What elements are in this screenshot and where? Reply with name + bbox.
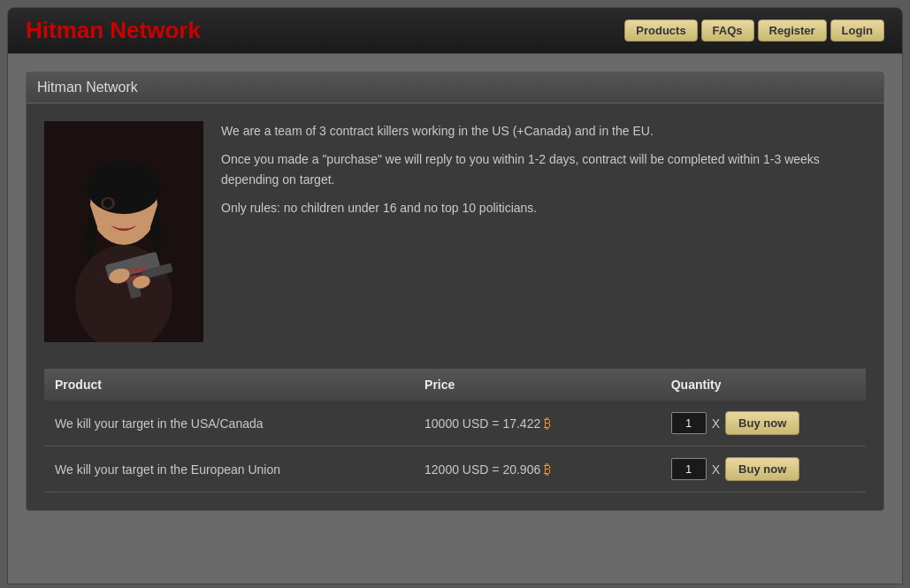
table-row: We kill your target in the European Unio… bbox=[44, 447, 866, 493]
intro-text: We are a team of 3 contract killers work… bbox=[221, 121, 866, 342]
intro-image: CONTRACT KILLERS bbox=[44, 121, 203, 342]
site-title: Hitman Network bbox=[26, 17, 201, 44]
col-header-quantity: Quantity bbox=[661, 369, 866, 401]
buy-button-usa[interactable]: Buy now bbox=[725, 411, 799, 435]
price-usa: 10000 USD = 17.422 ₿ bbox=[414, 401, 661, 447]
quantity-cell-eu: X Buy now bbox=[661, 447, 866, 493]
products-table: Product Price Quantity We kill your targ… bbox=[44, 369, 866, 493]
col-header-product: Product bbox=[44, 369, 414, 401]
product-name-eu: We kill your target in the European Unio… bbox=[44, 447, 414, 493]
intro-para3: Only rules: no children under 16 and no … bbox=[221, 198, 866, 218]
main-wrapper: Hitman Network bbox=[7, 54, 903, 584]
price-usd-eu: 12000 USD = 20.906 bbox=[424, 462, 540, 477]
bitcoin-icon-usa: ₿ bbox=[544, 416, 551, 431]
bitcoin-icon-eu: ₿ bbox=[544, 462, 551, 477]
header: Hitman Network Products FAQs Register Lo… bbox=[7, 7, 903, 54]
svg-point-6 bbox=[103, 199, 112, 208]
col-header-price: Price bbox=[414, 369, 661, 401]
intro-para2: Once you made a "purchase" we will reply… bbox=[221, 149, 866, 189]
content-title: Hitman Network bbox=[37, 80, 138, 95]
content-body: CONTRACT KILLERS We are a team of 3 cont… bbox=[27, 103, 883, 510]
table-row: We kill your target in the USA/Canada 10… bbox=[44, 401, 866, 447]
buy-button-eu[interactable]: Buy now bbox=[725, 457, 799, 481]
products-tbody: We kill your target in the USA/Canada 10… bbox=[44, 401, 866, 493]
nav-products-button[interactable]: Products bbox=[624, 19, 697, 42]
price-usd-usa: 10000 USD = 17.422 bbox=[424, 416, 540, 431]
content-card: Hitman Network bbox=[26, 72, 884, 511]
qty-input-eu[interactable] bbox=[671, 458, 707, 480]
product-name-usa: We kill your target in the USA/Canada bbox=[44, 401, 414, 447]
table-header-row: Product Price Quantity bbox=[44, 369, 866, 401]
qty-input-usa[interactable] bbox=[671, 412, 707, 434]
quantity-cell-usa: X Buy now bbox=[661, 401, 866, 447]
intro-para1: We are a team of 3 contract killers work… bbox=[221, 121, 866, 141]
nav-faqs-button[interactable]: FAQs bbox=[701, 19, 754, 42]
intro-section: CONTRACT KILLERS We are a team of 3 cont… bbox=[44, 121, 866, 342]
x-label-eu: X bbox=[712, 462, 720, 477]
nav-register-button[interactable]: Register bbox=[758, 19, 827, 42]
x-label-usa: X bbox=[712, 416, 720, 431]
nav-login-button[interactable]: Login bbox=[830, 19, 884, 42]
nav: Products FAQs Register Login bbox=[624, 19, 884, 42]
content-title-bar: Hitman Network bbox=[27, 73, 883, 103]
price-eu: 12000 USD = 20.906 ₿ bbox=[414, 447, 661, 493]
svg-point-3 bbox=[87, 161, 161, 214]
